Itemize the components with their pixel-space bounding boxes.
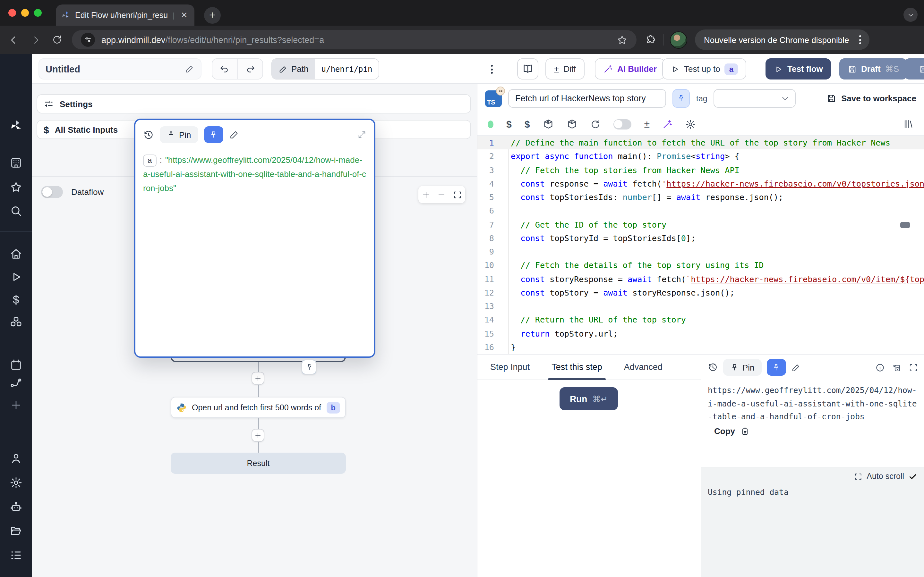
flow-name-box[interactable]: Untitled <box>39 58 202 79</box>
user-icon[interactable] <box>10 452 23 465</box>
browser-menu-icon[interactable] <box>854 34 866 45</box>
dataflow-toggle[interactable] <box>41 186 63 198</box>
deploy-button[interactable]: Deploy <box>904 58 924 79</box>
reload-button[interactable] <box>49 31 65 48</box>
address-bar[interactable]: app.windmill.dev/flows/edit/u/henri/pin_… <box>72 30 636 49</box>
browser-tab[interactable]: Edit Flow u/henri/pin_results | ✕ <box>56 5 194 26</box>
tab-step-input[interactable]: Step Input <box>490 354 530 380</box>
site-settings-icon[interactable] <box>81 33 95 47</box>
code-line[interactable]: 12 const topStory = await storyResponse.… <box>477 286 924 300</box>
settings-gear-icon[interactable] <box>10 476 23 489</box>
home-icon[interactable] <box>10 247 23 260</box>
redo-button[interactable] <box>238 59 262 79</box>
diff-button[interactable]: ± Diff <box>545 58 584 79</box>
resources-cubes-icon[interactable] <box>10 316 23 328</box>
window-close-button[interactable] <box>8 9 16 17</box>
ai-wand-icon[interactable] <box>662 119 673 129</box>
workers-robot-icon[interactable] <box>10 501 23 514</box>
code-line[interactable]: 6 <box>477 204 924 218</box>
bookmark-star-icon[interactable] <box>617 34 628 45</box>
library-icon[interactable] <box>903 119 914 129</box>
test-up-to-button[interactable]: Test up to a <box>662 58 746 79</box>
profile-avatar[interactable] <box>670 31 687 48</box>
logs-list-icon[interactable] <box>10 549 23 562</box>
reset-refresh-icon[interactable] <box>590 119 600 129</box>
edit-pin-pencil-icon[interactable] <box>229 129 239 140</box>
variables-dollar-icon[interactable] <box>10 293 23 306</box>
flow-node-b[interactable]: Open url and fetch first 500 words of ..… <box>171 397 346 418</box>
copy-button[interactable]: Copy <box>714 426 749 436</box>
tag-select[interactable] <box>714 89 796 108</box>
schedules-calendar-icon[interactable] <box>10 358 23 371</box>
tab-test-this-step[interactable]: Test this step <box>551 354 602 380</box>
window-minimize-button[interactable] <box>21 9 29 17</box>
tab-advanced[interactable]: Advanced <box>624 354 662 380</box>
expand-result-icon[interactable] <box>909 363 918 372</box>
step-title-input[interactable] <box>508 89 666 108</box>
pinned-value[interactable]: a:"https://www.geoffreylitt.com/2025/04/… <box>143 153 367 195</box>
path-group[interactable]: Path u/henri/pin <box>271 58 379 79</box>
result-pin-active-button[interactable] <box>767 359 786 376</box>
code-line[interactable]: 5 const topStoriesIds: number[] = await … <box>477 190 924 204</box>
code-line[interactable]: 1// Define the main function to fetch th… <box>477 136 924 150</box>
package-icon[interactable] <box>543 119 553 129</box>
docs-book-button[interactable] <box>517 58 538 79</box>
window-zoom-button[interactable] <box>34 9 42 17</box>
path-segment[interactable]: Path <box>272 59 315 79</box>
code-line[interactable]: 13 <box>477 300 924 313</box>
code-line[interactable]: 9 <box>477 245 924 259</box>
info-icon[interactable] <box>875 363 885 372</box>
code-line[interactable]: 11 const storyResponse = await fetch(`ht… <box>477 272 924 286</box>
expand-log-icon[interactable] <box>854 472 862 480</box>
expand-popup-icon[interactable] <box>357 130 367 139</box>
more-options-icon[interactable] <box>485 61 498 77</box>
run-button[interactable]: Run ⌘↵ <box>559 387 618 410</box>
save-to-workspace-button[interactable]: Save to workspace <box>827 93 916 103</box>
draft-button[interactable]: Draft ⌘S <box>839 58 907 79</box>
favorites-star-icon[interactable] <box>10 181 23 193</box>
pin-step-button[interactable] <box>672 89 690 108</box>
pinned-indicator-badge[interactable] <box>302 359 317 374</box>
ai-builder-button[interactable]: AI Builder <box>595 58 665 79</box>
tab-close-icon[interactable]: ✕ <box>179 10 189 20</box>
code-line[interactable]: 16} <box>477 340 924 354</box>
copy-result-icon[interactable] <box>892 363 901 372</box>
add-variable-button[interactable]: $ <box>506 119 512 129</box>
undo-button[interactable] <box>212 59 238 79</box>
extensions-icon[interactable] <box>646 34 656 45</box>
tab-search-button[interactable] <box>903 8 918 22</box>
add-step-button[interactable] <box>252 372 264 385</box>
history-icon[interactable] <box>708 362 718 372</box>
add-resource-button[interactable]: $ <box>525 119 530 129</box>
package-icon[interactable] <box>566 119 577 129</box>
add-step-button[interactable] <box>252 429 264 442</box>
diff-mode-toggle[interactable] <box>613 119 631 129</box>
pin-active-button[interactable] <box>204 126 223 143</box>
test-flow-button[interactable]: Test flow <box>766 58 831 79</box>
scrollbar-thumb[interactable] <box>900 222 910 228</box>
runs-play-icon[interactable] <box>10 271 23 284</box>
code-editor[interactable]: 1// Define the main function to fetch th… <box>477 136 924 354</box>
forward-button[interactable] <box>27 31 44 48</box>
edit-pin-pencil-icon[interactable] <box>791 363 801 372</box>
history-icon[interactable] <box>143 129 154 140</box>
code-line[interactable]: 2export async function main(): Promise<s… <box>477 150 924 163</box>
fit-view-icon[interactable] <box>453 190 462 199</box>
flows-route-icon[interactable] <box>10 376 23 389</box>
code-line[interactable]: 10 // Fetch the details of the top story… <box>477 259 924 272</box>
code-line[interactable]: 8 const topStoryId = topStoriesIds[0]; <box>477 231 924 245</box>
editor-settings-gear-icon[interactable] <box>686 119 696 129</box>
code-line[interactable]: 7 // Get the ID of the top story <box>477 218 924 231</box>
edit-name-pencil-icon[interactable] <box>185 64 194 74</box>
folders-icon[interactable] <box>10 524 23 537</box>
path-value[interactable]: u/henri/pin <box>315 59 379 79</box>
chrome-update-button[interactable]: Nouvelle version de Chrome disponible <box>695 29 869 50</box>
new-tab-button[interactable]: + <box>204 7 221 24</box>
result-pin-toggle-button[interactable]: Pin <box>723 359 762 376</box>
add-item-icon[interactable] <box>10 399 23 412</box>
result-node[interactable]: Result <box>171 453 346 474</box>
code-line[interactable]: 14 // Return the URL of the top story <box>477 313 924 327</box>
pin-toggle-button[interactable]: Pin <box>160 126 198 143</box>
windmill-logo[interactable] <box>10 119 23 132</box>
workspace-icon[interactable] <box>10 156 23 169</box>
